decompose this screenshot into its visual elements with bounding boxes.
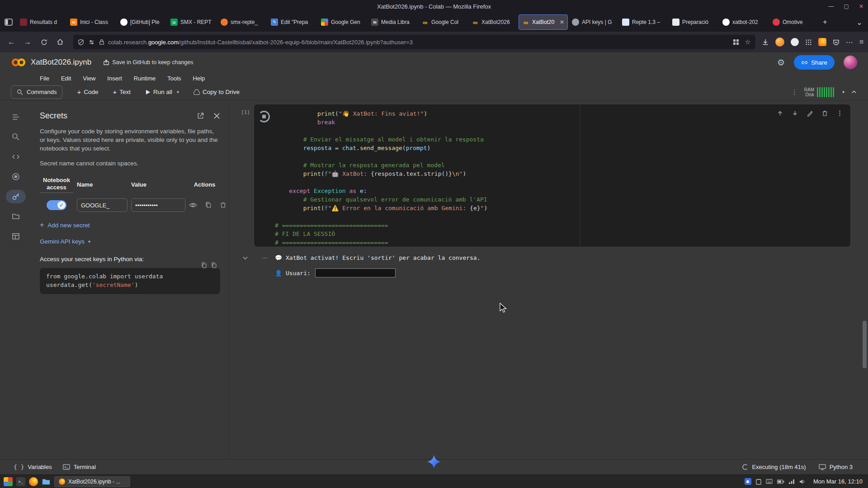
url-text[interactable]: colab.research.google.com/github/Institu… xyxy=(108,39,733,46)
notebook-access-toggle[interactable]: ✓ xyxy=(47,200,66,210)
copy-to-drive-button[interactable]: Copy to Drive xyxy=(193,89,240,95)
menu-view[interactable]: View xyxy=(83,75,95,82)
output-options-icon[interactable]: ⋯ xyxy=(262,254,268,261)
file-manager-icon[interactable] xyxy=(42,477,51,486)
share-button[interactable]: Share xyxy=(794,55,835,70)
network-tray-icon[interactable] xyxy=(789,479,795,484)
taskbar-window-button[interactable]: XatBot2026.ipynb - ... xyxy=(54,476,130,487)
back-icon[interactable]: ← xyxy=(5,35,18,49)
snippet-copy-icon[interactable] xyxy=(210,262,217,269)
open-in-new-icon[interactable] xyxy=(197,112,204,120)
secret-value-input[interactable] xyxy=(131,198,185,212)
gemini-api-keys-link[interactable]: Gemini API keys▾ xyxy=(40,238,220,245)
lens-icon[interactable] xyxy=(6,170,26,183)
bookmark-star-icon[interactable]: ☆ xyxy=(745,38,750,46)
settings-gear-icon[interactable]: ⚙ xyxy=(777,57,785,68)
notebook-filename[interactable]: XatBot2026.ipynb xyxy=(31,58,91,67)
browser-tab[interactable]: Preparació xyxy=(669,14,718,30)
app-launcher-icon[interactable] xyxy=(4,477,13,486)
browser-tab[interactable]: ∞XatBot2026 xyxy=(468,14,518,30)
data-table-icon[interactable] xyxy=(6,230,26,243)
menu-insert[interactable]: Insert xyxy=(107,75,122,82)
move-cell-down-icon[interactable] xyxy=(792,110,798,117)
executing-status[interactable]: Executing (18m 41s) xyxy=(742,464,806,470)
keyboard-tray-icon[interactable] xyxy=(766,479,773,484)
secret-name-input[interactable] xyxy=(77,198,127,212)
toolbar-kebab-icon[interactable]: ⋮ xyxy=(791,88,798,96)
menu-edit[interactable]: Edit xyxy=(61,75,71,82)
browser-tab[interactable]: xatbot-202 xyxy=(719,14,769,30)
variables-button[interactable]: { } Variables xyxy=(14,464,52,470)
show-value-eye-icon[interactable] xyxy=(189,201,197,209)
run-all-caret-icon[interactable]: ▾ xyxy=(177,89,179,94)
account-avatar[interactable] xyxy=(775,38,784,47)
url-bar[interactable]: colab.research.google.com/github/Institu… xyxy=(73,35,755,49)
overflow-menu-icon[interactable]: ⋯ xyxy=(846,38,853,47)
browser-tab[interactable]: ∞Google Col xyxy=(418,14,467,30)
save-in-github-link[interactable]: Save in GitHub to keep changes xyxy=(103,59,193,66)
menu-tools[interactable]: Tools xyxy=(167,75,181,82)
usuari-input[interactable] xyxy=(315,268,396,277)
firefox-icon[interactable] xyxy=(29,477,38,486)
notification-app-icon[interactable] xyxy=(745,478,751,485)
browser-tab[interactable]: API keys | G xyxy=(569,14,618,30)
browser-tab[interactable]: Omotive xyxy=(769,14,819,30)
add-new-secret-button[interactable]: +Add new secret xyxy=(40,221,220,229)
minimize-button[interactable]: — xyxy=(829,3,834,9)
firefox-view-icon[interactable] xyxy=(3,16,14,28)
copy-value-icon[interactable] xyxy=(204,201,212,209)
menu-runtime[interactable]: Runtime xyxy=(134,75,156,82)
add-code-button[interactable]: +Code xyxy=(77,88,98,96)
terminal-button[interactable]: Terminal xyxy=(63,464,96,470)
table-of-contents-icon[interactable] xyxy=(6,110,26,124)
permissions-icon[interactable] xyxy=(89,39,94,45)
page-scrollbar[interactable] xyxy=(863,321,867,368)
clipboard-tray-icon[interactable] xyxy=(756,479,761,485)
delete-cell-icon[interactable] xyxy=(821,110,828,117)
collapse-output-icon[interactable] xyxy=(242,254,249,261)
container-icon[interactable] xyxy=(818,38,826,46)
forward-icon[interactable]: → xyxy=(21,35,34,49)
menu-file[interactable]: File xyxy=(40,75,49,82)
find-replace-icon[interactable] xyxy=(6,130,26,144)
new-tab-button[interactable]: + xyxy=(819,16,831,28)
close-button[interactable]: ✕ xyxy=(859,3,863,9)
browser-tab[interactable]: [GitHub] Ple xyxy=(117,14,166,30)
menu-help[interactable]: Help xyxy=(193,75,205,82)
code-cell[interactable]: print("👋 XatBot: Fins aviat!") break # E… xyxy=(254,104,851,247)
secrets-key-icon[interactable] xyxy=(6,190,26,203)
commands-button[interactable]: Commands xyxy=(11,85,62,99)
snippet-insert-icon[interactable] xyxy=(200,262,208,269)
text-editor-icon[interactable]: >_ xyxy=(16,477,25,486)
kernel-status[interactable]: Python 3 xyxy=(819,464,853,470)
tab-overflow-icon[interactable]: ⌄ xyxy=(854,16,865,28)
taskbar-clock[interactable]: Mon Mar 16, 12:10 xyxy=(813,478,864,485)
download-icon[interactable] xyxy=(762,38,769,46)
close-panel-icon[interactable] xyxy=(213,113,220,119)
reload-icon[interactable] xyxy=(37,35,51,49)
browser-tab[interactable]: Google Gen xyxy=(318,14,367,30)
tab-close-icon[interactable]: ✕ xyxy=(560,19,564,25)
cell-code[interactable]: print("👋 XatBot: Fins aviat!") break # E… xyxy=(254,104,850,247)
volume-tray-icon[interactable] xyxy=(799,479,805,484)
hamburger-menu-icon[interactable]: ≡ xyxy=(859,38,863,46)
browser-tab[interactable]: Resultats d xyxy=(17,14,66,30)
browser-tab[interactable]: smx-repte_ xyxy=(217,14,267,30)
edit-with-ai-icon[interactable] xyxy=(807,110,813,117)
browser-tab[interactable]: mInici - Class xyxy=(67,14,116,30)
add-text-button[interactable]: +Text xyxy=(113,88,131,96)
extensions-grid-icon[interactable] xyxy=(805,39,812,46)
run-cell-button[interactable] xyxy=(258,111,270,122)
maximize-button[interactable]: ▢ xyxy=(844,3,849,9)
colab-logo[interactable] xyxy=(11,57,26,67)
gemini-spark-button[interactable] xyxy=(427,455,441,469)
home-icon[interactable] xyxy=(53,35,67,49)
battery-tray-icon[interactable] xyxy=(777,479,784,484)
save-to-pocket-icon[interactable] xyxy=(833,39,840,46)
user-avatar[interactable] xyxy=(844,56,857,69)
files-icon[interactable] xyxy=(6,210,26,223)
extension-icon[interactable] xyxy=(791,38,799,46)
browser-tab[interactable]: ▤SMX - REPT xyxy=(167,14,217,30)
resources-caret-icon[interactable]: ▾ xyxy=(842,89,844,94)
browser-tab[interactable]: INMedia Libra xyxy=(368,14,417,30)
